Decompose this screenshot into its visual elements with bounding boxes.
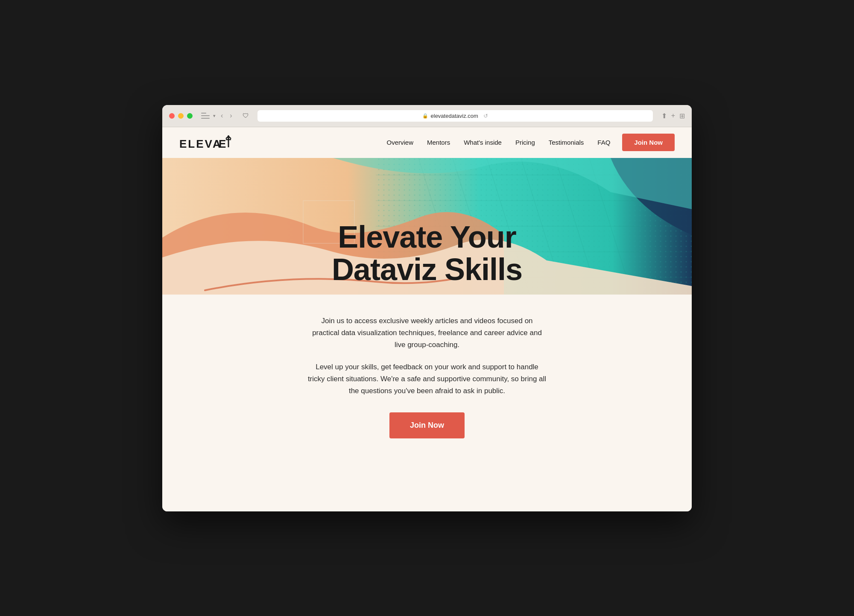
logo: ELEVA E bbox=[179, 133, 235, 152]
nav-testimonials[interactable]: Testimonials bbox=[549, 139, 584, 146]
nav-overview[interactable]: Overview bbox=[386, 139, 413, 146]
share-button[interactable]: ⬆ bbox=[661, 112, 667, 120]
close-button[interactable] bbox=[169, 113, 175, 119]
refresh-icon[interactable]: ↺ bbox=[483, 113, 488, 119]
nav-whats-inside[interactable]: What's inside bbox=[464, 139, 502, 146]
main-join-button[interactable]: Join Now bbox=[389, 412, 465, 438]
forward-button[interactable]: › bbox=[228, 111, 234, 120]
navigation: ELEVA E Overview Mentors bbox=[162, 127, 692, 158]
nav-pricing[interactable]: Pricing bbox=[515, 139, 535, 146]
grid-button[interactable]: ⊞ bbox=[679, 112, 685, 120]
description-paragraph-1: Join us to access exclusive weekly artic… bbox=[307, 315, 547, 351]
browser-window: ▾ ‹ › 🛡 🔒 elevatedataviz.com ↺ ⬆ + ⊞ ELE… bbox=[162, 105, 692, 511]
back-button[interactable]: ‹ bbox=[219, 111, 225, 120]
url-text: elevatedataviz.com bbox=[431, 113, 478, 119]
nav-faq[interactable]: FAQ bbox=[597, 139, 610, 146]
description-paragraph-2: Level up your skills, get feedback on yo… bbox=[307, 361, 547, 397]
minimize-button[interactable] bbox=[178, 113, 184, 119]
maximize-button[interactable] bbox=[187, 113, 193, 119]
nav-join-button[interactable]: Join Now bbox=[622, 134, 675, 151]
shield-icon: 🛡 bbox=[243, 112, 249, 119]
address-bar[interactable]: 🔒 elevatedataviz.com ↺ bbox=[257, 110, 653, 122]
browser-chrome: ▾ ‹ › 🛡 🔒 elevatedataviz.com ↺ ⬆ + ⊞ bbox=[162, 105, 692, 127]
hero-heading: Elevate Your Dataviz Skills bbox=[179, 221, 675, 286]
browser-actions: ⬆ + ⊞ bbox=[661, 112, 685, 120]
nav-links: Overview Mentors What's inside Pricing T… bbox=[386, 139, 610, 146]
logo-svg: ELEVA E bbox=[179, 133, 235, 152]
sidebar-toggle-icon[interactable] bbox=[201, 113, 210, 119]
svg-text:ELEVA: ELEVA bbox=[179, 137, 222, 150]
lock-icon: 🔒 bbox=[422, 113, 428, 119]
traffic-lights bbox=[169, 113, 193, 119]
main-content: Join us to access exclusive weekly artic… bbox=[290, 295, 564, 464]
browser-controls: ▾ ‹ › bbox=[201, 111, 234, 120]
nav-mentors[interactable]: Mentors bbox=[427, 139, 450, 146]
website-content: ELEVA E Overview Mentors bbox=[162, 127, 692, 511]
hero-section: Elevate Your Dataviz Skills bbox=[162, 158, 692, 295]
hero-title: Elevate Your Dataviz Skills bbox=[162, 221, 692, 286]
new-tab-button[interactable]: + bbox=[671, 112, 675, 120]
